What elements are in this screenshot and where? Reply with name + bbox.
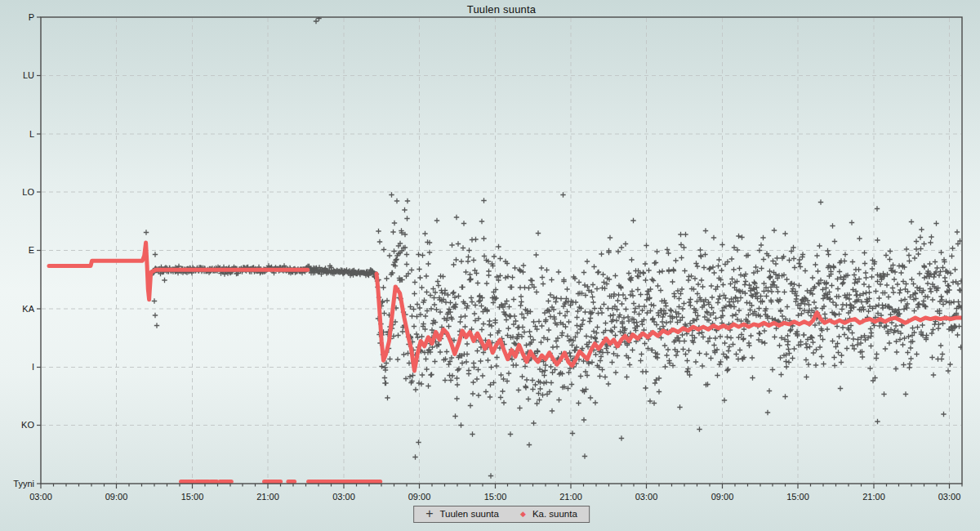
x-tick-label: 21:00	[559, 492, 582, 502]
y-tick-label: P	[29, 12, 34, 22]
y-tick-label: Tyyni	[13, 479, 34, 489]
y-tick-label: LU	[23, 70, 34, 80]
x-tick-label: 15:00	[484, 492, 507, 502]
avg-line-ka-suunta	[49, 243, 308, 300]
x-tick-label: 03:00	[29, 492, 52, 502]
x-tick-label: 09:00	[711, 492, 734, 502]
plus-marker-icon: +	[425, 510, 433, 518]
x-tick-label: 21:00	[862, 492, 885, 502]
y-tick-label: KA	[22, 304, 34, 314]
x-tick-label: 09:00	[408, 492, 431, 502]
x-tick-label: 03:00	[332, 492, 355, 502]
y-tick-label: KO	[21, 420, 34, 430]
legend: + Tuulen suunta ◆ Ka. suunta	[413, 506, 590, 523]
y-tick-label: E	[29, 245, 34, 255]
legend-item-ka-suunta: ◆ Ka. suunta	[520, 509, 577, 519]
y-tick-label: L	[29, 129, 34, 139]
x-tick-label: 15:00	[786, 492, 809, 502]
x-tick-label: 03:00	[938, 492, 961, 502]
legend-item-tuulen-suunta: + Tuulen suunta	[425, 509, 499, 519]
x-tick-label: 15:00	[181, 492, 204, 502]
diamond-marker-icon: ◆	[520, 511, 526, 518]
y-tick-label: I	[32, 362, 34, 372]
x-tick-label: 21:00	[256, 492, 279, 502]
wind-direction-chart: Tuulen suunta PLULLOEKAIKOTyyni03:0009:0…	[0, 0, 980, 531]
x-tick-label: 03:00	[635, 492, 658, 502]
x-tick-label: 09:00	[105, 492, 128, 502]
y-tick-label: LO	[22, 187, 34, 197]
legend-label-tuulen-suunta: Tuulen suunta	[439, 509, 498, 519]
legend-label-ka-suunta: Ka. suunta	[532, 509, 577, 519]
scatter-series-tuulen-suunta	[144, 16, 964, 478]
plot-area: PLULLOEKAIKOTyyni03:0009:0015:0021:0003:…	[0, 0, 980, 531]
